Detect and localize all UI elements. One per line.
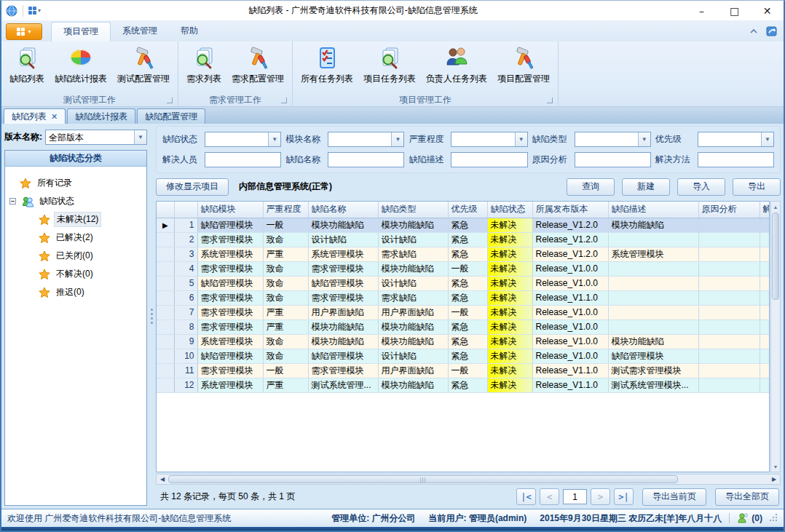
filter-input-1-2[interactable] bbox=[451, 152, 527, 167]
application-menu-button[interactable]: ▾ bbox=[6, 23, 42, 40]
col-header-3[interactable]: 缺陷类型 bbox=[378, 202, 448, 218]
first-page-button[interactable]: |< bbox=[516, 488, 536, 505]
ribbon-button-2-1[interactable]: 项目任务列表 bbox=[358, 44, 421, 87]
new-button[interactable]: 新建 bbox=[622, 178, 670, 196]
tree-item-1[interactable]: 缺陷状态 bbox=[8, 192, 143, 210]
last-page-button[interactable]: >| bbox=[614, 488, 634, 505]
doc-tab-1[interactable]: 缺陷统计报表 bbox=[67, 108, 135, 124]
table-row[interactable]: 8需求管理模块严重模块功能缺陷模块功能缺陷紧急未解决Release_V1.0.0 bbox=[157, 319, 770, 334]
next-page-button[interactable]: > bbox=[591, 488, 610, 505]
table-row[interactable]: 9系统管理模块致命模块功能缺陷模块功能缺陷紧急未解决Release_V1.0.0… bbox=[157, 334, 770, 349]
filter-input-1-4[interactable] bbox=[698, 152, 774, 167]
people-icon bbox=[444, 46, 469, 71]
chevron-down-icon[interactable]: ▼ bbox=[134, 130, 146, 144]
ribbon-button-1-1[interactable]: 需求配置管理 bbox=[226, 44, 289, 87]
ribbon-button-2-0[interactable]: 所有任务列表 bbox=[296, 44, 358, 87]
ribbon-tab-2[interactable]: 帮助 bbox=[169, 22, 210, 41]
minimize-button[interactable]: – bbox=[685, 1, 718, 20]
filter-select-0-2[interactable]: ▼ bbox=[451, 132, 527, 147]
cell bbox=[760, 232, 770, 247]
table-row[interactable]: 3系统管理模块严重系统管理模块需求缺陷紧急未解决Release_V1.2.0系统… bbox=[157, 247, 770, 261]
dialog-launcher-icon[interactable] bbox=[167, 98, 173, 103]
ribbon-group-label: 项目管理工作 bbox=[399, 94, 451, 106]
chevron-down-icon[interactable]: ▼ bbox=[391, 132, 403, 146]
dialog-launcher-icon[interactable] bbox=[281, 98, 287, 103]
table-row[interactable]: ▶1缺陷管理模块一般模块功能缺陷模块功能缺陷紧急未解决Release_V1.2.… bbox=[157, 218, 770, 232]
ribbon-tab-1[interactable]: 系统管理 bbox=[111, 22, 169, 41]
table-row[interactable]: 4需求管理模块致命需求管理模块模块功能缺陷一般未解决Release_V1.0.0 bbox=[157, 261, 770, 276]
ribbon-button-2-2[interactable]: 负责人任务列表 bbox=[421, 44, 492, 87]
prev-page-button[interactable]: < bbox=[540, 488, 559, 505]
scroll-right-icon[interactable]: ▶ bbox=[768, 476, 780, 483]
vertical-scrollbar[interactable]: ▲ ▼ bbox=[770, 201, 781, 472]
filter-input-1-3[interactable] bbox=[575, 152, 651, 167]
tree-item-5[interactable]: 不解决(0) bbox=[8, 265, 143, 283]
ribbon-tab-0[interactable]: 项目管理 bbox=[51, 22, 111, 41]
filter-input-1-0[interactable] bbox=[205, 152, 281, 167]
chevron-down-icon[interactable]: ▼ bbox=[268, 132, 280, 146]
col-header-4[interactable]: 优先级 bbox=[448, 202, 487, 218]
maximize-button[interactable]: □ bbox=[718, 1, 751, 20]
modify-display-items-button[interactable]: 修改显示项目 bbox=[156, 178, 229, 196]
col-header-5[interactable]: 缺陷状态 bbox=[487, 202, 532, 218]
panel-splitter[interactable] bbox=[149, 124, 154, 509]
filter-select-0-0[interactable]: ▼ bbox=[205, 132, 281, 147]
chevron-down-icon[interactable]: ▼ bbox=[761, 132, 773, 146]
scrollbar-thumb[interactable] bbox=[772, 213, 779, 300]
horizontal-scrollbar[interactable]: ◀ ||| ▶ bbox=[156, 474, 781, 485]
scrollbar-thumb[interactable]: ||| bbox=[168, 475, 678, 483]
page-number-input[interactable] bbox=[563, 489, 587, 504]
table-row[interactable]: 2需求管理模块致命设计缺陷设计缺陷紧急未解决Release_V1.2.0 bbox=[157, 232, 770, 247]
export-all-pages-button[interactable]: 导出全部页 bbox=[715, 488, 779, 506]
table-row[interactable]: 12系统管理模块严重测试系统管理...模块功能缺陷紧急未解决Release_V1… bbox=[157, 378, 770, 392]
dialog-launcher-icon[interactable] bbox=[547, 98, 553, 103]
col-header-2[interactable]: 缺陷名称 bbox=[308, 202, 378, 218]
chevron-down-icon[interactable]: ▼ bbox=[515, 132, 527, 146]
export-current-page-button[interactable]: 导出当前页 bbox=[642, 488, 706, 506]
table-row[interactable]: 7需求管理模块严重用户界面缺陷用户界面缺陷一般未解决Release_V1.0.0 bbox=[157, 305, 770, 319]
search-button[interactable]: 查询 bbox=[567, 178, 615, 196]
ribbon-button-0-1[interactable]: 缺陷统计报表 bbox=[50, 44, 112, 87]
ribbon-button-0-2[interactable]: 测试配置管理 bbox=[112, 44, 175, 87]
filter-select-0-1[interactable]: ▼ bbox=[328, 132, 404, 147]
table-row[interactable]: 10缺陷管理模块致命缺陷管理模块设计缺陷紧急未解决Release_V1.0.0缺… bbox=[157, 349, 770, 363]
quick-access-toolbar-button[interactable]: ▾ bbox=[28, 7, 41, 15]
ribbon-button-2-3[interactable]: 项目配置管理 bbox=[492, 44, 555, 87]
col-header-6[interactable]: 所属发布版本 bbox=[532, 202, 608, 218]
doc-tab-2[interactable]: 缺陷配置管理 bbox=[137, 108, 205, 124]
tree-item-0[interactable]: 所有记录 bbox=[8, 174, 143, 192]
scroll-up-icon[interactable]: ▲ bbox=[771, 202, 780, 212]
filter-select-0-4[interactable]: ▼ bbox=[698, 132, 774, 147]
tree-item-4[interactable]: 已关闭(0) bbox=[8, 247, 143, 265]
close-tab-icon[interactable]: ✕ bbox=[51, 112, 58, 122]
filter-input-1-1[interactable] bbox=[328, 152, 404, 167]
filter-select-0-3[interactable]: ▼ bbox=[575, 132, 651, 147]
scroll-left-icon[interactable]: ◀ bbox=[157, 476, 168, 483]
chevron-down-icon[interactable]: ▼ bbox=[638, 132, 650, 146]
col-header-9[interactable]: 解决方法 bbox=[760, 202, 770, 218]
export-button[interactable]: 导出 bbox=[733, 178, 781, 196]
tree-item-6[interactable]: 推迟(0) bbox=[8, 283, 143, 301]
scroll-down-icon[interactable]: ▼ bbox=[771, 461, 780, 472]
import-button[interactable]: 导入 bbox=[677, 178, 725, 196]
table-row[interactable]: 6需求管理模块致命需求管理模块需求缺陷紧急未解决Release_V1.1.0 bbox=[157, 290, 770, 305]
collapse-ribbon-icon[interactable] bbox=[749, 26, 759, 36]
cell bbox=[698, 349, 760, 363]
table-row[interactable]: 11需求管理模块一般需求管理模块用户界面缺陷一般未解决Release_V1.1.… bbox=[157, 363, 770, 378]
ribbon-button-1-0[interactable]: 需求列表 bbox=[181, 44, 226, 87]
resize-grip[interactable] bbox=[770, 514, 778, 523]
table-row[interactable]: 5缺陷管理模块致命缺陷管理模块设计缺陷紧急未解决Release_V1.0.0 bbox=[157, 276, 770, 290]
col-header-7[interactable]: 缺陷描述 bbox=[608, 202, 698, 218]
cell: Release_V1.0.0 bbox=[532, 349, 608, 363]
tree-item-2[interactable]: 未解决(12) bbox=[8, 210, 143, 229]
doc-tab-0[interactable]: 缺陷列表✕ bbox=[4, 108, 66, 124]
help-icon[interactable] bbox=[766, 25, 778, 37]
col-header-0[interactable]: 缺陷模块 bbox=[197, 202, 263, 218]
col-header-1[interactable]: 严重程度 bbox=[263, 202, 308, 218]
close-button[interactable]: ✕ bbox=[751, 1, 784, 20]
tree-item-3[interactable]: 已解决(2) bbox=[8, 229, 143, 247]
col-header-8[interactable]: 原因分析 bbox=[698, 202, 760, 218]
ribbon-button-0-0[interactable]: 缺陷列表 bbox=[4, 44, 50, 87]
version-select[interactable]: 全部版本 ▼ bbox=[45, 130, 147, 145]
collapse-toggle-icon[interactable] bbox=[9, 198, 16, 205]
